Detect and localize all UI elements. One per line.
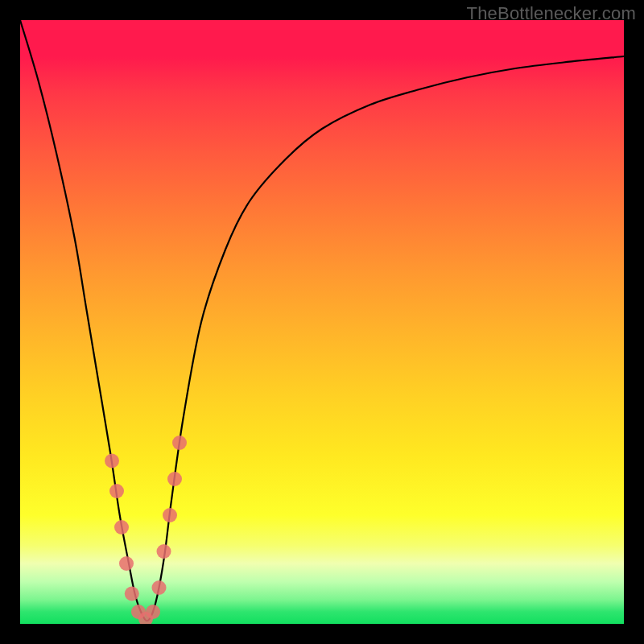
data-marker	[172, 436, 187, 450]
data-marker	[146, 605, 160, 619]
data-marker	[105, 454, 119, 469]
chart-frame: TheBottlenecker.com	[0, 0, 644, 644]
data-marker	[109, 484, 124, 498]
plot-area	[20, 20, 624, 624]
data-markers	[105, 436, 187, 624]
data-marker	[152, 580, 167, 595]
data-marker	[138, 612, 153, 624]
curve-layer	[20, 20, 624, 624]
bottleneck-curve	[20, 20, 624, 621]
data-marker	[131, 605, 146, 619]
data-marker	[157, 544, 171, 559]
data-marker	[163, 508, 177, 522]
data-marker	[114, 520, 129, 535]
watermark-text: TheBottlenecker.com	[467, 3, 636, 24]
data-marker	[119, 556, 134, 571]
data-marker	[125, 587, 139, 601]
data-marker	[167, 472, 182, 486]
